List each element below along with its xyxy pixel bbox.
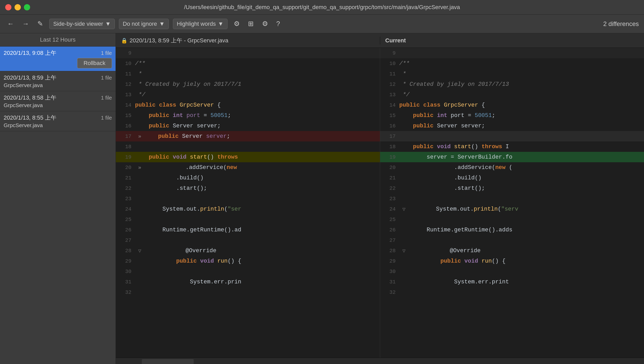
code-line-added: 19 server = ServerBuilder.fo [380,152,644,162]
code-line-changed: 19 public void start() throws [116,152,380,162]
diff-right-panel[interactable]: 9 10 /** 11 * 12 * Created by jiely on 2… [380,48,644,358]
toolbar: ← → ✎ Side-by-side viewer ▼ Do not ignor… [0,15,644,33]
code-line: 21 .build() [116,173,380,183]
code-line: 20 .addService(new ( [380,162,644,173]
horizontal-scrollbar[interactable] [116,358,644,364]
code-line: 11 * [116,69,380,79]
chevron-down-icon: ▼ [218,21,224,27]
code-line: 23 [380,193,644,204]
split-view-icon[interactable]: ⊞ [246,19,256,29]
rollback-button[interactable]: Rollback [77,58,112,68]
code-line: 25 [116,214,380,225]
code-line: 22 .start(); [380,183,644,193]
code-line: 15 public int port = 50051; [380,110,644,121]
code-line: 16 public Server server; [116,121,380,131]
code-line: 29 public void run() { [380,256,644,266]
edit-button[interactable]: ✎ [35,19,45,29]
code-line: 31 System.err.print [380,277,644,287]
history-filename: GrpcServer.java [4,82,112,88]
code-line: 26 Runtime.getRuntime().ad [116,225,380,235]
code-line: 14 public class GrpcServer { [380,100,644,110]
code-line: 28 ▽ @Override [116,245,380,256]
highlight-dropdown[interactable]: Highlight words ▼ [173,19,227,29]
title-bar: /Users/leesin/github_file/git_demo_qa_su… [0,0,644,15]
sidebar-header: Last 12 Hours [0,33,116,47]
code-line: 10 /** [116,58,380,69]
list-item[interactable]: 2020/1/13, 8:55 上午 1 file GrpcServer.jav… [0,111,116,131]
history-files: 1 file [101,50,112,56]
differences-count: 2 differences [603,20,639,28]
history-item-active[interactable]: 2020/1/13, 9:08 上午 1 file Rollback [0,47,116,71]
forward-button[interactable]: → [20,19,31,29]
code-line: 30 [116,266,380,277]
history-date: 2020/1/13, 8:59 上午 [4,74,56,82]
history-filename: GrpcServer.java [4,122,112,128]
sidebar: Last 12 Hours 2020/1/13, 9:08 上午 1 file … [0,33,116,364]
diff-area: 🔒 2020/1/13, 8:59 上午 - GrpcServer.java C… [116,33,644,364]
minimize-button[interactable] [15,4,21,10]
diff-header-left: 🔒 2020/1/13, 8:59 上午 - GrpcServer.java [116,37,380,44]
list-item[interactable]: 2020/1/13, 8:58 上午 1 file GrpcServer.jav… [0,91,116,111]
close-button[interactable] [5,4,11,10]
code-line: 17 [380,131,644,141]
diff-left-panel[interactable]: 9 10 /** 11 * 12 * Created by jiely on 2… [116,48,380,358]
chevron-down-icon: ▼ [105,21,111,27]
settings-icon[interactable]: ⚙ [232,19,242,29]
history-files: 1 file [101,115,112,121]
code-line: 11 * [380,69,644,79]
list-item[interactable]: 2020/1/13, 8:59 上午 1 file GrpcServer.jav… [0,71,116,91]
code-line: 20 » .addService(new [116,162,380,173]
options-icon[interactable]: ⚙ [260,19,270,29]
code-line: 16 public Server server; [380,121,644,131]
diff-header-right: Current [380,37,644,44]
code-line: 10 /** [380,58,644,69]
code-line: 22 .start(); [116,183,380,193]
code-line: 18 public void start() throws I [380,141,644,152]
code-line: 32 [380,287,644,297]
code-line: 28 ▽ @Override [380,245,644,256]
code-line: 32 [116,287,380,297]
viewer-dropdown[interactable]: Side-by-side viewer ▼ [49,19,115,29]
diff-content: 9 10 /** 11 * 12 * Created by jiely on 2… [116,48,644,358]
code-line-removed: 17 » public Server server; [116,131,380,141]
code-line: 23 [116,193,380,204]
history-files: 1 file [101,75,112,81]
window-controls[interactable] [5,4,30,10]
code-line: 13 */ [116,89,380,100]
history-files: 1 file [101,95,112,101]
code-line: 14 public class GrpcServer { [116,100,380,110]
code-line: 27 [380,235,644,245]
lock-icon: 🔒 [121,37,128,44]
code-line: 27 [116,235,380,245]
help-icon[interactable]: ? [274,19,282,29]
code-line: 12 * Created by jiely on 2017/7/1 [116,79,380,89]
code-line: 24 ▽ System.out.println("serv [380,204,644,214]
history-date: 2020/1/13, 8:55 上午 [4,114,56,122]
code-line: 12 * Created by jiely on 2017/7/13 [380,79,644,89]
chevron-down-icon: ▼ [159,21,165,27]
window-title: /Users/leesin/github_file/git_demo_qa_su… [184,4,460,11]
code-line: 15 public int port = 50051; [116,110,380,121]
code-line: 26 Runtime.getRuntime().adds [380,225,644,235]
main-layout: Last 12 Hours 2020/1/13, 9:08 上午 1 file … [0,33,644,364]
history-date: 2020/1/13, 8:58 上午 [4,94,56,102]
code-line: 29 public void run() { [116,256,380,266]
ignore-dropdown[interactable]: Do not ignore ▼ [119,19,169,29]
code-line: 18 [116,141,380,152]
code-line: 30 [380,266,644,277]
code-line: 25 [380,214,644,225]
code-line: 21 .build() [380,173,644,183]
code-line: 13 */ [380,89,644,100]
code-line: 9 [380,48,644,58]
maximize-button[interactable] [24,4,30,10]
back-button[interactable]: ← [5,19,16,29]
history-date: 2020/1/13, 9:08 上午 [4,49,56,57]
diff-header: 🔒 2020/1/13, 8:59 上午 - GrpcServer.java C… [116,33,644,48]
history-filename: GrpcServer.java [4,102,112,108]
code-line: 31 System.err.prin [116,277,380,287]
code-line: 9 [116,48,380,58]
code-line: 24 System.out.println("ser [116,204,380,214]
